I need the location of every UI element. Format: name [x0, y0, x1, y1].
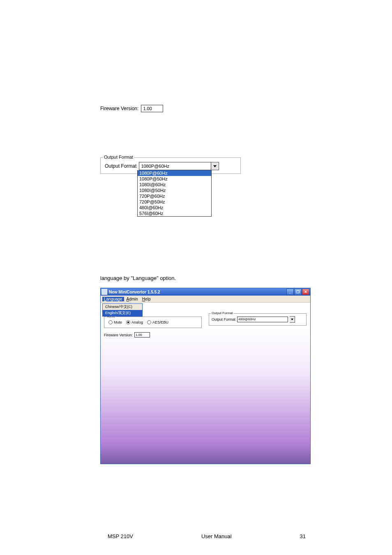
radio-aes[interactable]: AES/EBU	[147, 320, 168, 324]
window-title: New MiniConvertor 1.5.5.2	[109, 290, 160, 294]
dropdown-option[interactable]: 480I@60Hz	[138, 205, 211, 210]
dropdown-option[interactable]: 720P@50Hz	[138, 199, 211, 205]
output-format-legend-small: Output Format	[211, 311, 234, 315]
fireware-label: Fireware Version:	[100, 106, 138, 111]
fireware-value-input[interactable]: 1.00	[141, 105, 163, 112]
maximize-button[interactable]: ❐	[294, 289, 302, 295]
dropdown-option[interactable]: 1080I@50Hz	[138, 187, 211, 193]
app-icon	[101, 289, 107, 295]
dropdown-option[interactable]: 576I@60Hz	[138, 210, 211, 216]
chevron-down-icon	[213, 165, 217, 167]
dropdown-option[interactable]: 1080P@50Hz	[138, 176, 211, 182]
dropdown-option[interactable]: 1080I@60Hz	[138, 182, 211, 187]
output-format-dropdown-list[interactable]: 1080P@60Hz 1080P@50Hz 1080I@60Hz 1080I@5…	[137, 170, 212, 217]
output-format-group: Output Format Output Format 1080P@60Hz 1…	[100, 157, 241, 174]
minimize-button[interactable]: _	[286, 289, 294, 295]
fireware-version-row-small: Fireware Version: 1.00	[104, 332, 150, 338]
fireware-value-small[interactable]: 1.00	[134, 332, 150, 338]
output-format-combobox[interactable]: 1080P@60Hz	[139, 162, 219, 170]
footer-center: User Manual	[201, 533, 232, 539]
fireware-version-row: Fireware Version: 1.00	[100, 105, 306, 112]
output-format-label: Output Format	[105, 163, 136, 169]
output-format-group-small: Output Format Output Format 480I@60Hz	[209, 313, 307, 326]
output-format-dropdown-button[interactable]	[211, 162, 219, 170]
dropdown-option[interactable]: 720P@60Hz	[138, 193, 211, 199]
menu-language[interactable]: Language	[102, 297, 124, 301]
radio-analog[interactable]: Analog	[126, 320, 143, 324]
footer-left: MSP 210V	[108, 533, 133, 539]
menu-help[interactable]: Help	[141, 297, 152, 301]
output-format-label-small: Output Format	[212, 317, 235, 321]
menu-admin[interactable]: Admin	[125, 297, 140, 301]
body-text: language by "Language" option.	[100, 275, 306, 281]
title-bar[interactable]: New MiniConvertor 1.5.5.2 _ ❐ ✕	[101, 288, 310, 296]
output-format-selected-small[interactable]: 480I@60Hz	[237, 317, 288, 322]
menu-bar: Language Chinese/中文(C) English/英文(E) Adm…	[101, 296, 310, 303]
menu-item-english[interactable]: English/英文(E)	[103, 310, 142, 316]
footer-right: 31	[300, 533, 306, 539]
close-button[interactable]: ✕	[302, 289, 309, 295]
output-format-legend: Output Format	[103, 155, 134, 160]
app-window: New MiniConvertor 1.5.5.2 _ ❐ ✕ Language…	[100, 288, 311, 464]
dropdown-button-small[interactable]	[290, 316, 295, 323]
menu-item-chinese[interactable]: Chinese/中文(C)	[103, 304, 142, 310]
audio-group: Audio Mute Analog AES/EBU	[104, 317, 202, 328]
fireware-label-small: Fireware Version:	[104, 333, 133, 337]
page-footer: MSP 210V User Manual 31	[0, 533, 392, 539]
radio-mute[interactable]: Mute	[108, 320, 122, 324]
output-format-selected: 1080P@60Hz	[139, 162, 211, 170]
dropdown-option[interactable]: 1080P@60Hz	[138, 170, 211, 176]
chevron-down-icon	[291, 319, 293, 320]
language-submenu: Chinese/中文(C) English/英文(E)	[102, 303, 143, 317]
